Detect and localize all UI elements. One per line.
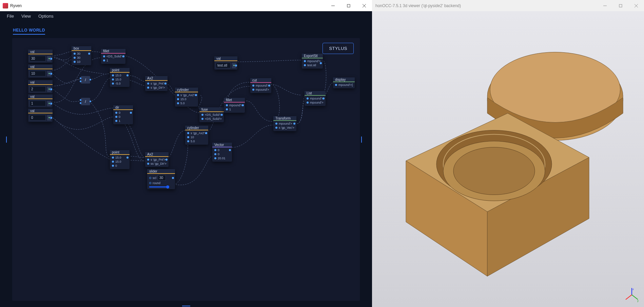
port-out[interactable] (50, 58, 52, 60)
port-in[interactable] (147, 163, 149, 165)
port-in[interactable] (252, 85, 254, 87)
port-in[interactable] (147, 159, 149, 161)
port-in[interactable] (112, 165, 114, 167)
port-out[interactable] (235, 65, 237, 67)
port-in[interactable] (115, 116, 117, 118)
val-input[interactable] (30, 115, 46, 121)
port-in[interactable] (112, 83, 114, 85)
slider-handle-icon[interactable] (166, 185, 169, 188)
port-in[interactable] (112, 78, 114, 80)
node-list[interactable]: List mpound'> mpound'> (305, 91, 326, 106)
occ-maximize-button[interactable] (613, 0, 628, 11)
menu-options[interactable]: Options (35, 12, 57, 20)
port-in[interactable] (275, 127, 277, 129)
port-out[interactable] (242, 104, 244, 106)
port-out[interactable] (90, 79, 91, 80)
port-in[interactable] (214, 157, 216, 159)
node-display[interactable]: display mpound'>] (333, 77, 355, 88)
occ-close-button[interactable] (628, 0, 644, 11)
slider-track[interactable] (149, 186, 168, 187)
port-out[interactable] (221, 114, 223, 116)
port-out[interactable] (50, 73, 52, 75)
port-out[interactable] (126, 157, 129, 159)
val-input[interactable] (30, 56, 46, 61)
node-val-0[interactable]: val ▾ (28, 50, 53, 63)
tab-hello-world[interactable]: HELLO WORLD (13, 28, 45, 35)
node-cut[interactable]: cut mpound'> mpound'> (250, 78, 271, 93)
port-out[interactable] (172, 177, 174, 179)
minimize-button[interactable] (325, 0, 341, 11)
node-ax2-b[interactable]: Ax2 s 'gp_Pnt'> ss 'gp_Dir'> (145, 152, 169, 167)
port-in[interactable] (214, 153, 216, 155)
node-divide-2[interactable]: / (81, 98, 90, 105)
port-in[interactable] (74, 57, 76, 59)
node-divide-1[interactable]: / (81, 76, 90, 84)
port-in[interactable] (177, 94, 179, 96)
radio-icon[interactable] (149, 177, 151, 179)
port-out[interactable] (50, 117, 52, 119)
port-in[interactable] (335, 84, 337, 86)
port-out[interactable] (293, 123, 295, 125)
node-val-filename[interactable]: val ▾ (214, 56, 237, 70)
port-out[interactable] (50, 88, 52, 90)
port-in[interactable] (226, 104, 228, 106)
port-in[interactable] (74, 53, 76, 55)
node-exportstl[interactable]: ExportStl mpound'> test.stl (302, 54, 323, 69)
node-val-3[interactable]: val ▾ (28, 94, 53, 108)
port-in[interactable] (112, 74, 114, 76)
port-in[interactable] (226, 108, 228, 110)
port-in[interactable] (304, 64, 306, 66)
port-out[interactable] (88, 53, 90, 55)
port-in[interactable] (115, 120, 117, 122)
occ-minimize-button[interactable] (597, 0, 613, 11)
port-in[interactable] (103, 59, 105, 61)
menu-view[interactable]: View (18, 12, 34, 20)
node-val-1[interactable]: val ▾ (28, 65, 53, 78)
close-button[interactable] (356, 0, 372, 11)
node-point-1[interactable]: point 15.0 15.0 -5.0 (110, 68, 130, 87)
port-out[interactable] (268, 85, 270, 87)
val-input[interactable] (30, 71, 46, 76)
node-canvas[interactable]: STYLUS (12, 38, 360, 301)
port-in[interactable] (187, 140, 189, 142)
port-out[interactable] (323, 97, 325, 100)
val-input[interactable] (30, 101, 46, 106)
radio-icon[interactable] (149, 182, 151, 184)
node-fillet-2[interactable]: fillet mpound'> 1 (224, 98, 245, 113)
port-in[interactable] (252, 89, 254, 91)
port-in[interactable] (307, 102, 309, 104)
port-out[interactable] (229, 149, 231, 151)
port-out[interactable] (165, 159, 168, 161)
port-out[interactable] (122, 55, 124, 57)
node-fuse[interactable]: fuse <DS_Solid'> <DS_Solid'> (199, 107, 224, 122)
node-box[interactable]: box 30 30 10 (72, 46, 91, 65)
port-in[interactable] (177, 102, 179, 104)
port-in[interactable] (307, 97, 309, 100)
node-val-4[interactable]: val ▾ (28, 109, 53, 122)
port-in[interactable] (147, 87, 149, 89)
port-out[interactable] (90, 101, 91, 102)
ryven-titlebar[interactable]: Ryven (0, 0, 372, 11)
port-in[interactable] (74, 61, 76, 63)
maximize-button[interactable] (341, 0, 356, 11)
node-dir[interactable]: dir 0 0 1 (113, 105, 133, 124)
node-cylinder-1[interactable]: cylinder s 'gp_Ax2'> 15.0 5.0 (175, 88, 198, 107)
port-in[interactable] (147, 83, 149, 85)
port-out[interactable] (164, 83, 167, 85)
node-slider[interactable]: slider scl round (147, 169, 175, 189)
node-vector[interactable]: Vector 0 0 20.01 (212, 143, 232, 162)
port-in[interactable] (201, 118, 203, 120)
port-out[interactable] (205, 132, 207, 134)
port-out[interactable] (50, 103, 52, 105)
node-cylinder-2[interactable]: cylinder s 'gp_Ax2'> 10 5.0 (185, 126, 208, 145)
port-in[interactable] (103, 55, 105, 57)
port-in[interactable] (304, 60, 306, 62)
port-in[interactable] (177, 98, 179, 100)
port-in[interactable] (112, 161, 114, 163)
port-in[interactable] (187, 132, 189, 134)
port-in[interactable] (112, 157, 114, 159)
menu-file[interactable]: File (3, 12, 17, 20)
port-out[interactable] (126, 74, 129, 76)
port-in[interactable] (187, 136, 189, 138)
node-transform[interactable]: Transform mpound'> s 'gp_Vec'> (273, 116, 296, 131)
